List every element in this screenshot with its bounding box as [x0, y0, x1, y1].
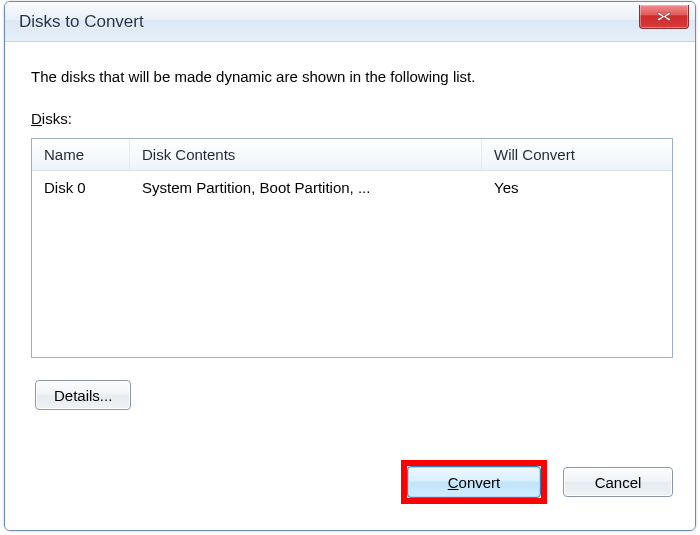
column-header-name[interactable]: Name [32, 139, 130, 170]
cancel-button[interactable]: Cancel [563, 467, 673, 497]
disks-label-rest: isks: [42, 110, 72, 127]
list-header: Name Disk Contents Will Convert [32, 139, 672, 171]
cell-contents: System Partition, Boot Partition, ... [130, 171, 482, 203]
convert-button[interactable]: Convert [407, 466, 541, 498]
convert-highlight: Convert [401, 460, 547, 504]
cell-will-convert: Yes [482, 171, 672, 203]
dialog-window: Disks to Convert The disks that will be … [4, 1, 696, 531]
separator [35, 436, 673, 437]
window-title: Disks to Convert [19, 12, 144, 32]
disks-label: Disks: [31, 110, 72, 127]
cell-name: Disk 0 [32, 171, 130, 203]
column-header-contents[interactable]: Disk Contents [130, 139, 482, 170]
details-button[interactable]: Details... [35, 380, 131, 410]
table-row[interactable]: Disk 0 System Partition, Boot Partition,… [32, 171, 672, 203]
disks-list: Name Disk Contents Will Convert Disk 0 S… [31, 138, 673, 358]
convert-rest: onvert [459, 474, 501, 491]
close-icon [657, 8, 671, 25]
client-area: The disks that will be made dynamic are … [5, 42, 695, 530]
column-header-will-convert[interactable]: Will Convert [482, 139, 672, 170]
disks-label-underline: D [31, 110, 42, 127]
close-button[interactable] [639, 5, 689, 29]
convert-underline: C [448, 474, 459, 491]
description-text: The disks that will be made dynamic are … [31, 68, 671, 85]
titlebar[interactable]: Disks to Convert [5, 2, 695, 42]
